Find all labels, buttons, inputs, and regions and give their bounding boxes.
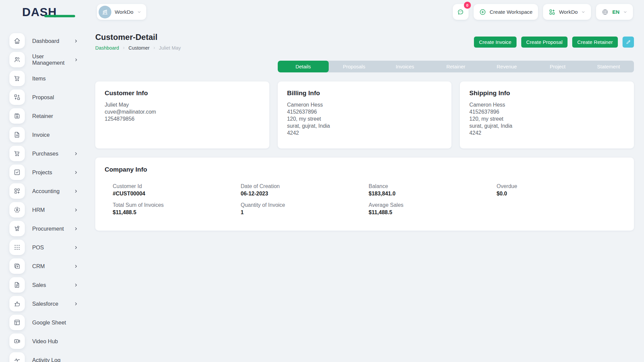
company-field: Quantity of Invoice 1 [241, 202, 369, 216]
sidebar: Dashboard User Management Items Proposal [0, 24, 86, 362]
chevron-down-icon [581, 10, 586, 14]
tab-project[interactable]: Project [532, 61, 583, 72]
sidebar-item-user-management[interactable]: User Management [0, 52, 86, 67]
company-field: Overdue $0.0 [497, 183, 625, 197]
workdo-menu-label: WorkDo [559, 9, 578, 15]
card-title: Customer Info [105, 89, 260, 97]
sidebar-item-procurement[interactable]: Procurement [0, 221, 86, 236]
sidebar-item-proposal[interactable]: Proposal [0, 89, 86, 105]
field-label: Date of Creation [241, 183, 369, 189]
home-icon [13, 37, 21, 45]
info-line: Juliet May [105, 101, 260, 108]
video-hub-icon [13, 338, 21, 345]
messages-badge: 0 [464, 2, 471, 9]
sidebar-item-invoice[interactable]: Invoice [0, 127, 86, 142]
tab-proposals[interactable]: Proposals [329, 61, 380, 72]
sidebar-item-purchases[interactable]: Purchases [0, 146, 86, 161]
users-icon [13, 56, 21, 63]
company-info-card: Company Info Customer Id #CUST00004 Date… [95, 158, 634, 231]
tab-retainer[interactable]: Retainer [430, 61, 481, 72]
workspace-name: WorkDo [115, 9, 133, 15]
sidebar-item-sales[interactable]: Sales [0, 277, 86, 293]
company-field: Date of Creation 06-12-2023 [241, 183, 369, 197]
globe-icon [601, 8, 609, 16]
tab-invoices[interactable]: Invoices [379, 61, 430, 72]
sidebar-item-video-hub[interactable]: Video Hub [0, 334, 86, 349]
chevron-right-icon [74, 39, 78, 43]
sidebar-item-google-sheet[interactable]: Google Sheet [0, 315, 86, 330]
create-retainer-button[interactable]: Create Retainer [572, 37, 618, 48]
chevron-down-icon [623, 10, 628, 14]
cart-icon [13, 150, 21, 157]
sidebar-item-dashboard[interactable]: Dashboard [0, 33, 86, 49]
logo-dash-bar [44, 15, 75, 17]
chevron-right-icon [74, 227, 78, 231]
sidebar-item-retainer[interactable]: Retainer [0, 108, 86, 124]
breadcrumb-customer-link[interactable]: Customer [128, 45, 150, 51]
workspace-switcher[interactable]: WorkDo [97, 4, 146, 20]
sidebar-item-salesforce[interactable]: Salesforce [0, 296, 86, 311]
card-title: Shipping Info [469, 89, 625, 97]
language-menu-button[interactable]: EN [596, 4, 633, 20]
field-value: #CUST00004 [113, 191, 241, 197]
company-field: Average Sales $11,488.5 [369, 202, 497, 216]
breadcrumb-current: Juliet May [159, 45, 181, 51]
app-logo[interactable]: DASH [22, 6, 86, 18]
chevron-right-icon [74, 170, 78, 175]
customer-info-card: Customer Info Juliet Maycuve@mailinator.… [95, 81, 269, 148]
edit-customer-button[interactable] [623, 37, 634, 48]
company-field: Balance $183,841.0 [369, 183, 497, 197]
card-title: Billing Info [287, 89, 442, 97]
tab-statement[interactable]: Statement [583, 61, 634, 72]
field-value: $0.0 [497, 191, 625, 197]
invoice-icon [13, 131, 21, 138]
sidebar-item-crm[interactable]: CRM [0, 258, 86, 274]
workspace-avatar [99, 6, 111, 18]
sales-icon [13, 281, 21, 289]
customer-info-lines: Juliet Maycuve@mailinator.com1254879856 [105, 101, 260, 122]
info-line: surat, gujrat, India [469, 122, 625, 129]
sidebar-item-activity-log[interactable]: Activity Log [0, 352, 86, 362]
shipping-info-lines: Cameron Hess4152637896120, my streetsura… [469, 101, 625, 136]
field-value: $11,488.5 [113, 209, 241, 216]
create-workspace-label: Create Workspace [490, 9, 533, 15]
crm-icon [13, 262, 21, 270]
field-label: Balance [369, 183, 497, 189]
retainer-icon [13, 112, 21, 120]
sidebar-item-pos[interactable]: POS [0, 240, 86, 255]
sidebar-item-hrm[interactable]: HRM [0, 202, 86, 218]
card-title: Company Info [105, 166, 625, 173]
info-line: cuve@mailinator.com [105, 108, 260, 115]
info-line: surat, gujrat, India [287, 122, 442, 129]
create-invoice-button[interactable]: Create Invoice [474, 37, 517, 48]
cart-icon [13, 75, 21, 82]
field-label: Quantity of Invoice [241, 202, 369, 208]
info-line: 4152637896 [287, 108, 442, 115]
sidebar-item-accounting[interactable]: Accounting [0, 183, 86, 199]
chevron-right-icon [74, 58, 78, 62]
create-workspace-button[interactable]: Create Workspace [474, 4, 538, 20]
chevron-down-icon [137, 10, 142, 14]
hrm-icon [13, 206, 21, 214]
field-label: Average Sales [369, 202, 497, 208]
workdo-menu-button[interactable]: WorkDo [543, 4, 591, 20]
tab-details[interactable]: Details [278, 61, 329, 72]
breadcrumb-dashboard-link[interactable]: Dashboard [95, 45, 119, 51]
salesforce-icon [13, 300, 21, 307]
messages-button[interactable]: 0 [453, 4, 469, 20]
create-proposal-button[interactable]: Create Proposal [521, 37, 568, 48]
building-icon [101, 8, 109, 16]
google-sheet-icon [13, 319, 21, 326]
pencil-icon [626, 39, 631, 45]
sidebar-item-projects[interactable]: Projects [0, 165, 86, 180]
sidebar-item-items[interactable]: Items [0, 71, 86, 86]
info-line: 4242 [469, 129, 625, 136]
info-line: 4242 [287, 129, 442, 136]
info-line: 120, my street [287, 115, 442, 122]
company-field: Customer Id #CUST00004 [113, 183, 241, 197]
proposal-icon [13, 94, 21, 101]
grid-plus-icon [548, 8, 556, 16]
tab-revenue[interactable]: Revenue [481, 61, 532, 72]
projects-icon [13, 169, 21, 176]
detail-tabs: Details Proposals Invoices Retainer Reve… [278, 61, 634, 72]
